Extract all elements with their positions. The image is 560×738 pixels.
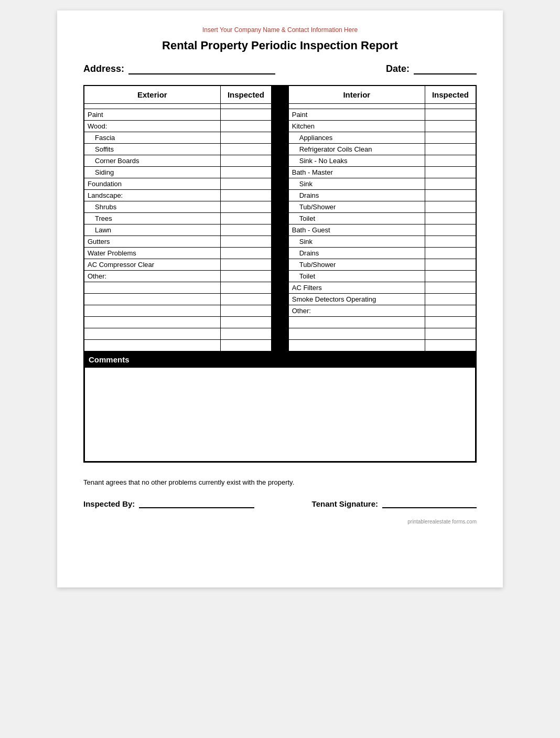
inspected-int-cell[interactable]	[425, 236, 476, 248]
inspected-ext-cell[interactable]	[220, 155, 272, 167]
comments-section: Comments	[83, 352, 477, 463]
interior-item: AC Filters	[288, 282, 425, 294]
inspected-int-cell[interactable]	[425, 282, 476, 294]
interior-item: Toilet	[288, 271, 425, 282]
address-line[interactable]	[128, 63, 275, 74]
empty-cell	[288, 328, 425, 340]
date-block: Date:	[386, 63, 477, 74]
inspected-ext-cell[interactable]	[220, 144, 272, 155]
inspected-int-cell[interactable]	[425, 248, 476, 259]
watermark: printablerealestate forms.com	[83, 519, 477, 525]
table-row: SidingBath - Master	[84, 167, 476, 178]
inspected-ext-cell[interactable]	[220, 167, 272, 178]
empty-cell	[425, 340, 476, 351]
inspected-int-cell[interactable]	[425, 224, 476, 236]
inspected-ext-cell[interactable]	[220, 236, 272, 248]
exterior-item: Gutters	[84, 236, 220, 248]
inspected-int-cell[interactable]	[425, 109, 476, 121]
header-spacer	[84, 104, 476, 109]
inspected-ext-cell[interactable]	[220, 132, 272, 144]
inspected-ext-cell[interactable]	[220, 201, 272, 213]
inspected-int-cell[interactable]	[425, 190, 476, 201]
date-line[interactable]	[414, 63, 477, 74]
inspected-ext-cell[interactable]	[220, 271, 272, 282]
exterior-item: Foundation	[84, 178, 220, 190]
divider	[272, 121, 289, 132]
table-row: ShrubsTub/Shower	[84, 201, 476, 213]
inspected-int-cell[interactable]	[425, 271, 476, 282]
inspected-ext-cell[interactable]	[220, 190, 272, 201]
table-row: AC Compressor ClearTub/Shower	[84, 259, 476, 271]
divider	[272, 236, 289, 248]
page: Insert Your Company Name & Contact Infor…	[57, 10, 503, 587]
interior-item: Toilet	[288, 213, 425, 224]
inspected-int-cell[interactable]	[425, 259, 476, 271]
table-row: Water ProblemsDrains	[84, 248, 476, 259]
inspected-header-ext: Inspected	[220, 85, 272, 104]
inspected-int-cell[interactable]	[425, 144, 476, 155]
interior-item: Sink	[288, 236, 425, 248]
exterior-item	[84, 282, 220, 294]
empty-row	[84, 340, 476, 351]
comments-header: Comments	[84, 352, 476, 367]
divider	[272, 294, 289, 305]
table-row: Corner BoardsSink - No Leaks	[84, 155, 476, 167]
divider-cell2	[272, 104, 289, 109]
inspected-ext-cell[interactable]	[220, 248, 272, 259]
interior-item: Smoke Detectors Operating	[288, 294, 425, 305]
signatures: Inspected By: Tenant Signature:	[83, 497, 477, 508]
exterior-item: Trees	[84, 213, 220, 224]
company-header: Insert Your Company Name & Contact Infor…	[83, 26, 477, 34]
exterior-item: Landscape:	[84, 190, 220, 201]
inspected-ext-cell[interactable]	[220, 282, 272, 294]
footer-text: Tenant agrees that no other problems cur…	[83, 478, 477, 486]
inspected-int-cell[interactable]	[425, 201, 476, 213]
table-row: Smoke Detectors Operating	[84, 294, 476, 305]
report-title: Rental Property Periodic Inspection Repo…	[83, 39, 477, 52]
inspected-int-cell[interactable]	[425, 132, 476, 144]
inspected-ext-cell[interactable]	[220, 305, 272, 317]
empty-row	[84, 328, 476, 340]
exterior-item: AC Compressor Clear	[84, 259, 220, 271]
inspected-int-cell[interactable]	[425, 155, 476, 167]
exterior-item: Corner Boards	[84, 155, 220, 167]
inspected-ext-cell[interactable]	[220, 213, 272, 224]
inspected-ext-cell[interactable]	[220, 178, 272, 190]
divider	[272, 132, 289, 144]
inspected-int-cell[interactable]	[425, 305, 476, 317]
inspected-by-line[interactable]	[139, 497, 254, 508]
divider	[272, 271, 289, 282]
inspected-int-cell[interactable]	[425, 178, 476, 190]
exterior-header: Exterior	[84, 85, 220, 104]
tenant-sig-label: Tenant Signature:	[312, 499, 378, 508]
tenant-sig-line[interactable]	[382, 497, 477, 508]
divider	[272, 259, 289, 271]
inspected-int-cell[interactable]	[425, 121, 476, 132]
interior-item: Appliances	[288, 132, 425, 144]
inspected-ext-cell[interactable]	[220, 224, 272, 236]
exterior-item	[84, 294, 220, 305]
inspected-int-cell[interactable]	[425, 167, 476, 178]
table-row: TreesToilet	[84, 213, 476, 224]
table-row: LawnBath - Guest	[84, 224, 476, 236]
interior-item: Other:	[288, 305, 425, 317]
empty-cell	[84, 340, 220, 351]
interior-item: Drains	[288, 248, 425, 259]
comments-body[interactable]	[84, 367, 476, 462]
interior-item: Kitchen	[288, 121, 425, 132]
inspected-ext-cell[interactable]	[220, 121, 272, 132]
divider	[272, 167, 289, 178]
inspected-ext-cell[interactable]	[220, 294, 272, 305]
inspected-by-block: Inspected By:	[83, 497, 254, 508]
interior-item: Sink	[288, 178, 425, 190]
inspected-int-cell[interactable]	[425, 213, 476, 224]
table-row: FoundationSink	[84, 178, 476, 190]
divider	[272, 213, 289, 224]
empty-cell	[220, 317, 272, 328]
divider	[272, 305, 289, 317]
inspected-ext-cell[interactable]	[220, 259, 272, 271]
interior-header: Interior	[288, 85, 425, 104]
inspected-int-cell[interactable]	[425, 294, 476, 305]
inspected-ext-cell[interactable]	[220, 109, 272, 121]
table-row: PaintPaint	[84, 109, 476, 121]
